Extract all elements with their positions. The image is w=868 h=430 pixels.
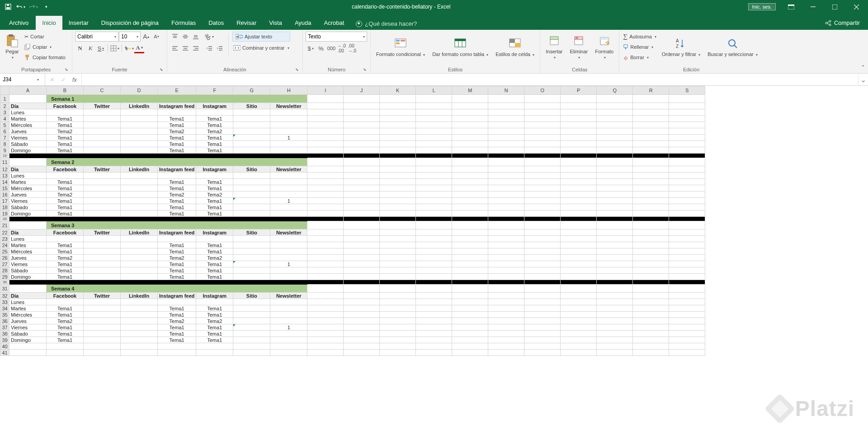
row-header[interactable]: 15 [0,185,9,192]
cell[interactable] [121,337,158,343]
cell[interactable]: Sábado [9,141,47,147]
cell[interactable] [121,109,158,116]
cell[interactable] [233,192,270,198]
cell[interactable] [524,210,561,217]
cell[interactable] [524,147,561,154]
cell[interactable]: Tema1 [196,198,233,204]
cell[interactable] [307,166,344,173]
cell[interactable]: Tema1 [47,122,84,128]
cell[interactable] [84,173,121,179]
cell[interactable] [270,337,307,343]
cell[interactable] [121,210,158,217]
cell[interactable] [344,331,380,337]
cell[interactable] [84,274,121,280]
cell[interactable] [669,337,705,343]
cell[interactable] [270,116,307,122]
cell[interactable]: Tema1 [158,248,196,255]
cell[interactable]: Tema1 [47,331,84,337]
cell[interactable] [380,198,416,204]
cell[interactable] [416,285,452,293]
cell[interactable] [452,229,488,236]
cell[interactable] [344,318,380,324]
cell[interactable] [488,305,524,312]
cell[interactable] [380,242,416,248]
cell[interactable] [270,173,307,179]
qat-customize-icon[interactable]: ▾ [42,2,51,11]
cell[interactable] [597,109,633,116]
tab-acrobat[interactable]: Acrobat [318,16,351,30]
cell[interactable] [633,318,669,324]
cell[interactable] [669,299,705,305]
cell[interactable] [270,236,307,242]
cell[interactable] [84,204,121,210]
column-header[interactable]: Q [597,86,633,95]
cell[interactable]: Tema2 [47,318,84,324]
week-header[interactable]: Semana 4 [47,285,307,293]
cell[interactable] [561,350,597,356]
cell[interactable] [344,204,380,210]
cell[interactable] [270,248,307,255]
cell[interactable] [344,324,380,331]
cell[interactable] [452,173,488,179]
cell[interactable]: Tema1 [158,179,196,185]
share-button[interactable]: Compartir [817,16,868,30]
cell[interactable] [669,318,705,324]
cell[interactable] [452,141,488,147]
cell[interactable] [597,128,633,135]
cell[interactable]: Tema1 [158,337,196,343]
cell[interactable] [416,141,452,147]
cell[interactable] [524,135,561,141]
cell[interactable] [633,185,669,192]
cell[interactable]: Tema2 [47,255,84,261]
row-header[interactable]: 22 [0,229,9,236]
cell[interactable] [344,274,380,280]
cell[interactable]: Tema1 [47,198,84,204]
cell[interactable]: LinkedIn [121,229,158,236]
row-header[interactable]: 33 [0,299,9,305]
cell[interactable] [452,318,488,324]
cell[interactable]: 1 [270,324,307,331]
cell[interactable] [344,128,380,135]
column-header[interactable]: B [47,86,84,95]
cell[interactable]: Tema1 [158,267,196,274]
cell[interactable] [416,305,452,312]
cell[interactable] [416,116,452,122]
cell[interactable] [633,198,669,204]
cell[interactable]: Tema1 [196,312,233,318]
cell[interactable]: Facebook [47,293,84,299]
undo-icon[interactable]: ▾ [16,2,25,11]
cell[interactable] [416,210,452,217]
cell[interactable]: Tema2 [47,192,84,198]
align-right-icon[interactable] [191,43,201,53]
cell[interactable] [416,242,452,248]
cell[interactable]: Tema1 [196,185,233,192]
cell[interactable] [270,122,307,128]
row-header[interactable]: 2 [0,103,9,109]
row-header[interactable]: 9 [0,147,9,154]
cell[interactable] [669,221,705,229]
row-header[interactable]: 19 [0,210,9,217]
cell[interactable] [270,185,307,192]
cell[interactable] [416,198,452,204]
cell[interactable] [416,236,452,242]
cell[interactable]: Instagram [196,103,233,109]
cell[interactable] [561,147,597,154]
cell[interactable] [344,343,380,350]
cell[interactable] [380,255,416,261]
cell[interactable] [416,350,452,356]
cell[interactable] [633,299,669,305]
cell[interactable] [633,331,669,337]
cell[interactable] [633,128,669,135]
alignment-dialog-icon[interactable]: ⬊ [295,67,299,72]
column-header[interactable]: D [121,86,158,95]
cell[interactable]: Newsletter [270,166,307,173]
cell[interactable] [121,350,158,356]
cell[interactable] [270,255,307,261]
cell[interactable] [524,331,561,337]
cell[interactable] [47,236,84,242]
tab-inicio[interactable]: Inicio [36,16,62,30]
cell[interactable] [561,135,597,141]
cell[interactable] [452,185,488,192]
cell[interactable]: Tema1 [196,248,233,255]
cell[interactable]: Tema1 [47,179,84,185]
